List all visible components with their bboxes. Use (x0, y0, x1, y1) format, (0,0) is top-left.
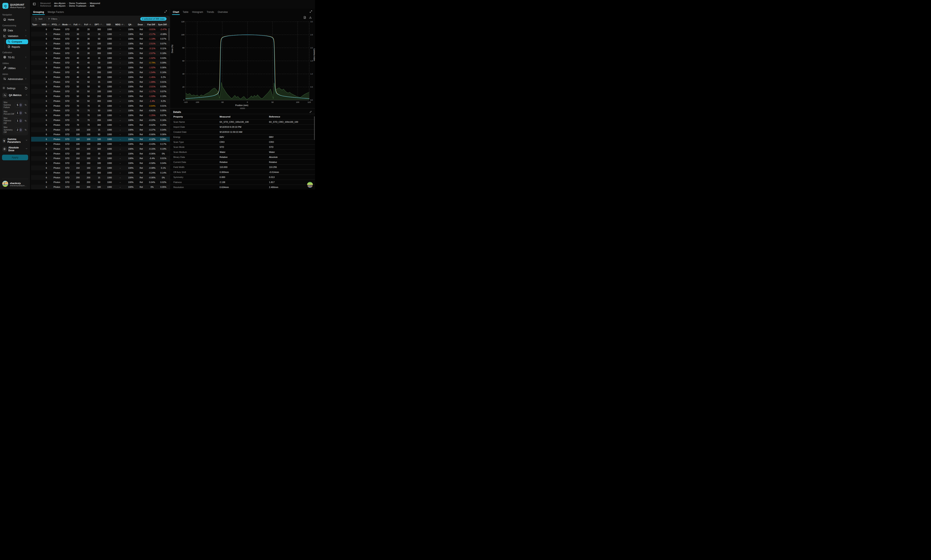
table-cell: Rel (136, 81, 146, 83)
column-header-ptcl[interactable]: PTCL↓2⌄ (52, 23, 62, 26)
tanstack-badge[interactable]: TANSTACK (307, 182, 313, 188)
table-row[interactable]: 6PhotonSTD100100501000-100%Rel-0.66%0.06… (31, 132, 170, 137)
table-row[interactable]: 6PhotonSTD50503001000-100%Rel-1.4%0.2% (31, 98, 170, 103)
table-scrollbar[interactable] (169, 28, 169, 41)
qa-field-input[interactable]: 1 (15, 118, 23, 123)
tab-histogram[interactable]: Histogram (192, 11, 203, 15)
table-row[interactable]: 6PhotonSTD1501502001000-100%Rel-0.08%0.1… (31, 166, 170, 170)
table-row[interactable]: 6PhotonSTD3030501000-100%Rel-1.19%0.07% (31, 37, 170, 42)
table-row[interactable]: 6PhotonSTD50501001000-100%Rel-1.17%0.07% (31, 89, 170, 94)
sidebar-item-reports[interactable]: Reports (6, 45, 28, 49)
breadcrumb-segment[interactable]: dev-Alyzen (54, 2, 66, 5)
report-icon[interactable] (303, 16, 306, 20)
table-row[interactable]: 6PhotonSTD100100151000-100%Rel-0.37%0.04… (31, 127, 170, 132)
tab-table[interactable]: Table (183, 11, 188, 15)
table-row[interactable]: 6PhotonSTD1501503001000-100%Rel-0.24%0.1… (31, 170, 170, 175)
column-header-dose[interactable]: Dose⌄ (136, 23, 146, 26)
breadcrumb-segment[interactable]: dev-Alyzen (54, 5, 66, 7)
table-row[interactable]: 6PhotonSTD150150151000-100%Rel-0.06%0% (31, 151, 170, 156)
breadcrumb-segment[interactable]: Demo Truebeam (69, 5, 86, 7)
table-row[interactable]: 6PhotonSTD1001003001000-100%Rel-0.15%0.1… (31, 146, 170, 151)
sidebar-item-home[interactable]: Home (2, 17, 28, 23)
table-row[interactable]: 6PhotonSTD30302001000-100%Rel-3.11%0.11% (31, 46, 170, 51)
gamma-parameters-header[interactable]: γ Gamma Parameters (2, 137, 28, 144)
download-icon[interactable] (309, 16, 312, 20)
table-row[interactable]: 6PhotonSTD150150501000-100%Rel-0.4%0.01% (31, 156, 170, 161)
qa-metrics-header[interactable]: QA Metrics (2, 92, 28, 98)
table-row[interactable]: 6PhotonSTD40403001000-100%Rel-1.45%0.2% (31, 75, 170, 80)
stepper-control[interactable] (19, 103, 22, 107)
user-box[interactable]: ehardesty ehardesty@alyzenmed.... (2, 179, 28, 188)
details-scrollbar[interactable] (314, 116, 315, 140)
table-row[interactable]: 6PhotonSTD5050501000-100%Rel-2.01%0.03% (31, 85, 170, 89)
table-cell: - (115, 129, 126, 131)
x-axis-label: Position (mm) (180, 104, 303, 106)
filters-button[interactable]: Filters (46, 17, 59, 21)
resize-handle[interactable] (240, 108, 245, 109)
panel-resize-divider[interactable] (170, 108, 315, 110)
table-row[interactable]: 6PhotonSTD70703001000-100%Rel-0.02%0.25% (31, 123, 170, 127)
table-row[interactable]: 6PhotonSTD40401001000-100%Rel-1.02%0.06% (31, 65, 170, 70)
table-row[interactable]: 6PhotonSTD70701001000-100%Rel-1.25%0.07% (31, 113, 170, 118)
table-row[interactable]: 6PhotonSTD200200501000-100%Rel0.04%0.02% (31, 180, 170, 185)
table-row[interactable]: 6PhotonSTD50502001000-100%Rel-1.03%0.18% (31, 94, 170, 98)
sidebar-toggle-icon[interactable] (33, 2, 36, 6)
table-row[interactable]: 6PhotonSTD5050151000-100%Rel-1.89%0.01% (31, 80, 170, 85)
table-row[interactable]: 6PhotonSTD2002001001000-100%Rel0%0.05% (31, 185, 170, 189)
table-row[interactable]: 6PhotonSTD30303001000-100%Rel-2.07%0.18% (31, 51, 170, 55)
absolute-dose-header[interactable]: Absolute Dose (2, 146, 28, 152)
table-row[interactable]: 6PhotonSTD7070151000-100%Rel-0.84%0.01% (31, 103, 170, 108)
table-row[interactable]: 6PhotonSTD3030151000-100%Rel-2.17%-0.08% (31, 32, 170, 37)
tab-overview[interactable]: Overview (218, 11, 228, 15)
column-header-flat-diff[interactable]: Flat Diff⌄ (146, 23, 158, 26)
table-row[interactable]: 6PhotonSTD200200151000-100%Rel-0.06%0% (31, 175, 170, 180)
qa-field-input[interactable]: 2 (15, 128, 23, 132)
qa-field-input[interactable]: 1 (15, 111, 23, 115)
table-row[interactable]: 6PhotonSTD1501501001000-100%Rel-0.58%0.0… (31, 161, 170, 166)
table-row[interactable]: 6PhotonSTD4040501000-100%Rel-0.79%0.09% (31, 60, 170, 65)
expand-icon[interactable] (164, 10, 167, 14)
column-header-mode[interactable]: Mode↑4⌄ (62, 23, 72, 26)
sidebar-item-utilities[interactable]: Utilities (2, 66, 28, 71)
sidebar-item-validation[interactable]: Validation (2, 33, 28, 39)
collapse-icon[interactable] (309, 110, 312, 114)
column-header-fsx[interactable]: FsX↑5⌄ (72, 23, 83, 26)
sort-button[interactable]: Sort (33, 17, 45, 21)
sidebar-item-settings[interactable]: Settings (2, 86, 28, 91)
stepper-control[interactable] (19, 111, 22, 114)
column-header-type[interactable]: Type↑⌄ (31, 23, 41, 26)
qa-field-input[interactable]: 5 (15, 103, 23, 107)
breadcrumb-segment[interactable]: Measured (90, 2, 100, 5)
table-row[interactable]: 6PhotonSTD20203001000-100%Rel-3.01%-2.47… (31, 27, 170, 32)
stepper-control[interactable] (19, 128, 22, 132)
sidebar-item-tg-51[interactable]: TG-51 (2, 55, 28, 60)
tab-grouping[interactable]: Grouping (33, 11, 44, 15)
column-header-qa[interactable]: QA⌄ (126, 23, 136, 26)
sidebar-item-administration[interactable]: Administration (2, 76, 28, 82)
table-row[interactable]: 6PhotonSTD1001001001000-100%Rel-0.32%0.0… (31, 137, 170, 142)
table-row[interactable]: 6PhotonSTD40402001000-100%Rel-1.54%0.16% (31, 70, 170, 75)
tab-trends[interactable]: Trends (207, 11, 214, 15)
column-header-nrg[interactable]: NRG↑3⌄ (41, 23, 52, 26)
table-row[interactable]: 6PhotonSTD7070501000-100%Rel-0.61%0.05% (31, 108, 170, 113)
sidebar-item-compare[interactable]: Compare (6, 39, 28, 44)
breadcrumb-segment[interactable]: AAA (90, 5, 94, 7)
table-row[interactable]: 6PhotonSTD4040151000-100%Rel-1.92%0.03% (31, 55, 170, 60)
table-cell: 150 (83, 172, 94, 174)
table-row[interactable]: 6PhotonSTD30301001000-100%Rel-2.51%0.07% (31, 41, 170, 46)
reset-icon[interactable] (25, 86, 28, 90)
table-row[interactable]: 6PhotonSTD70702001000-100%Rel-0.22%0.16% (31, 118, 170, 123)
expand-icon[interactable] (309, 10, 312, 14)
tab-wedge-factors[interactable]: Wedge Factors (48, 11, 64, 15)
column-header-ssd[interactable]: SSD⌄ (104, 23, 115, 26)
column-header-dpt[interactable]: DPT↑7⌄ (94, 23, 104, 26)
table-row[interactable]: 6PhotonSTD1001002001000-100%Rel-0.43%0.1… (31, 142, 170, 146)
breadcrumb-segment[interactable]: Demo Truebeam (69, 2, 86, 5)
apply-button[interactable]: Apply (2, 155, 28, 160)
sidebar-item-data[interactable]: Data (2, 28, 28, 33)
stepper-control[interactable] (19, 119, 22, 122)
column-header-fsy[interactable]: FsY↑6⌄ (83, 23, 94, 26)
column-header-sym-diff[interactable]: Sym Diff⌄ (158, 23, 169, 26)
column-header-wdg[interactable]: WDG↑8⌄ (115, 23, 126, 26)
tab-chart[interactable]: Chart (173, 11, 179, 15)
